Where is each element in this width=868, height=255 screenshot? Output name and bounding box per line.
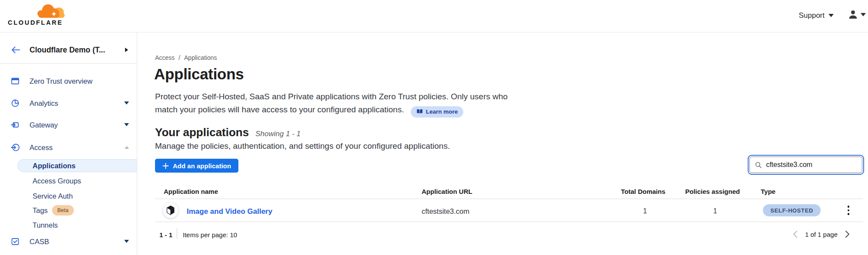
pagination: 1 of 1 page (793, 229, 850, 240)
chevron-right-icon[interactable] (845, 230, 850, 238)
sidebar-divider (0, 63, 137, 64)
page-description: Protect your Self-Hosted, SaaS and Priva… (155, 90, 508, 118)
sidebar-item-analytics[interactable]: Analytics (0, 96, 137, 111)
chevron-down-icon (861, 13, 866, 16)
page-title: Applications (154, 65, 244, 83)
results-range: 1 - 1 (159, 231, 172, 239)
column-header-application-url: Application URL (422, 188, 472, 196)
column-header-type: Type (761, 188, 776, 196)
search-input[interactable] (766, 161, 857, 169)
total-domains-cell: 1 (621, 207, 669, 215)
row-actions-menu[interactable] (843, 204, 854, 216)
chevron-down-icon (124, 240, 129, 243)
application-logo (163, 203, 178, 218)
sidebar-account-header: Cloudflare Demo (T... (0, 39, 137, 61)
policies-assigned-cell: 1 (685, 207, 745, 215)
sidebar-item-casb[interactable]: CASB (0, 234, 137, 249)
beta-badge: Beta (52, 205, 74, 216)
zero-trust-dashboard: CLOUDFLARE Support Cloudflare Demo (T... (0, 0, 868, 255)
overview-icon (11, 77, 20, 85)
add-application-button[interactable]: Add an application (155, 159, 238, 173)
sidebar-item-applications[interactable]: Applications (17, 159, 137, 172)
page-indicator: 1 of 1 page (805, 231, 838, 238)
user-icon (848, 10, 858, 20)
add-application-label: Add an application (173, 162, 231, 170)
sidebar-item-access[interactable]: Access (0, 140, 137, 155)
casb-icon (11, 237, 20, 246)
application-url-cell: cftestsite3.com (422, 207, 469, 216)
support-label: Support (799, 11, 825, 20)
description-line-2: match your policies will have access to … (155, 105, 404, 114)
chevron-left-icon[interactable] (793, 230, 798, 238)
showing-count: Showing 1 - 1 (255, 130, 300, 138)
sidebar-item-label: Tags (33, 206, 48, 215)
breadcrumb-applications: Applications (184, 54, 217, 61)
breadcrumb: Access / Applications (155, 54, 217, 61)
cloudflare-logo[interactable]: CLOUDFLARE (8, 3, 66, 26)
support-menu[interactable]: Support (799, 11, 834, 20)
footer-divider (177, 229, 177, 239)
column-header-policies-assigned: Policies assigned (685, 188, 740, 196)
chevron-right-icon[interactable] (125, 48, 128, 52)
account-name[interactable]: Cloudflare Demo (T... (30, 46, 105, 55)
section-header: Your applications Showing 1 - 1 (155, 126, 300, 140)
book-icon (416, 109, 423, 114)
cloudflare-logo-text: CLOUDFLARE (8, 19, 63, 26)
cloudflare-cloud-icon (36, 3, 66, 18)
sidebar-item-label: Access Groups (33, 177, 81, 185)
chevron-down-icon (124, 123, 129, 127)
description-line-1: Protect your Self-Hosted, SaaS and Priva… (155, 92, 508, 101)
sidebar-item-label: CASB (30, 238, 49, 246)
sidebar-item-label: Tunnels (33, 221, 58, 229)
top-bar: CLOUDFLARE Support (0, 0, 868, 33)
cube-icon (166, 205, 175, 216)
sidebar-item-tags[interactable]: Tags Beta (0, 203, 137, 217)
main-content: Access / Applications Applications Prote… (138, 33, 868, 255)
sidebar-item-label: Service Auth (33, 192, 73, 200)
breadcrumb-separator: / (178, 54, 180, 61)
sidebar-item-service-auth[interactable]: Service Auth (0, 189, 137, 203)
sidebar-item-label: Zero Trust overview (30, 77, 92, 85)
sidebar-item-access-groups[interactable]: Access Groups (0, 174, 137, 188)
sidebar-item-label: Applications (33, 162, 76, 170)
breadcrumb-access[interactable]: Access (155, 54, 175, 61)
application-name-link[interactable]: Image and Video Gallery (187, 207, 272, 216)
account-menu[interactable] (848, 10, 866, 20)
access-icon (11, 143, 20, 152)
sidebar-item-label: Gateway (30, 121, 58, 129)
column-header-total-domains: Total Domains (621, 188, 665, 196)
gateway-icon (11, 121, 20, 129)
chevron-down-icon (828, 14, 834, 17)
learn-more-label: Learn more (426, 105, 458, 118)
search-box (749, 157, 862, 173)
sidebar-item-tunnels[interactable]: Tunnels (0, 218, 137, 232)
column-header-application-name: Application name (164, 188, 218, 196)
plus-icon (162, 163, 169, 169)
sidebar-item-label: Access (30, 144, 53, 152)
type-badge: SELF-HOSTED (763, 204, 821, 216)
table-header-divider (155, 199, 863, 199)
sidebar-item-label: Analytics (30, 99, 58, 108)
learn-more-button[interactable]: Learn more (411, 106, 464, 118)
table-row-divider (155, 222, 863, 222)
chevron-down-icon (124, 101, 129, 105)
search-icon (755, 161, 762, 169)
sidebar: Cloudflare Demo (T... Zero Trust overvie… (0, 33, 137, 255)
back-arrow-icon[interactable] (11, 45, 20, 55)
items-per-page[interactable]: Items per page: 10 (183, 231, 237, 239)
section-subtitle: Manage the policies, authentication, and… (155, 142, 450, 150)
sidebar-item-gateway[interactable]: Gateway (0, 118, 137, 132)
section-title: Your applications (155, 126, 249, 139)
analytics-icon (11, 99, 20, 108)
sidebar-item-zero-trust-overview[interactable]: Zero Trust overview (0, 74, 137, 88)
chevron-up-icon (125, 146, 129, 149)
